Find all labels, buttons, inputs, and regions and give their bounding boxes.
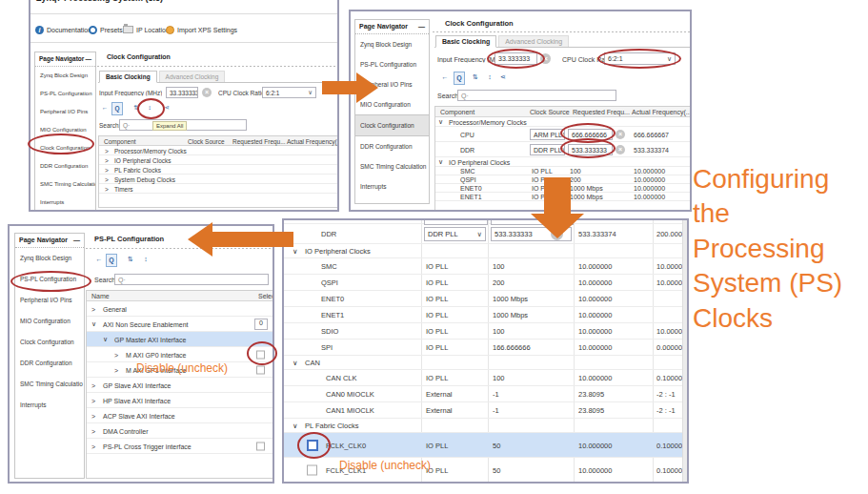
chevron-down-icon[interactable]: ∨ <box>293 359 298 367</box>
cpu-clock-ratio-select[interactable]: 6:2:1 ∨ <box>604 52 676 65</box>
collapse-all-icon[interactable]: ⇅ <box>131 102 141 113</box>
sidebar-item-zynq-block-design[interactable]: Zynq Block Design <box>355 34 429 54</box>
value-field[interactable]: 0 <box>254 319 268 330</box>
sidebar-item-interrupts[interactable]: Interrupts <box>15 395 84 416</box>
clear-icon[interactable]: × <box>616 130 625 139</box>
chevron-right-icon[interactable]: > <box>91 427 95 434</box>
chevron-right-icon[interactable]: > <box>91 305 95 312</box>
table-row-smc[interactable]: SMC IO PLL 100 10.000000 10.0000 <box>284 258 683 275</box>
table-row[interactable]: CPU ARM PLL ∨ 666.666666 × 666.666667 <box>435 127 691 142</box>
minimize-icon[interactable]: — <box>418 20 425 33</box>
clear-icon[interactable]: × <box>202 88 212 97</box>
search-icon[interactable]: Q <box>454 72 465 85</box>
tree-row-m-axi-gp0[interactable]: > M AXI GP0 interface <box>87 347 273 362</box>
table-row-enet0[interactable]: ENET0 IO PLL 1000 Mbps 10.000000 <box>284 291 683 307</box>
collapse-all-icon[interactable]: ⇅ <box>126 254 135 265</box>
sidebar-item-smc-timing-calculation[interactable]: SMC Timing Calculatio <box>15 374 84 395</box>
sidebar-item-peripheral-io-pins[interactable]: Peripheral I/O Pins <box>15 290 84 311</box>
expand-all-icon[interactable]: ↕ <box>485 72 495 83</box>
search-input[interactable]: Q· <box>457 90 616 101</box>
gp0-enable-checkbox[interactable] <box>256 350 265 359</box>
tab-advanced-clocking[interactable]: Advanced Clocking <box>498 35 569 47</box>
chevron-right-icon[interactable]: > <box>105 166 109 173</box>
tree-row-axi-non-secure[interactable]: ∨ AXI Non Secure Enablement 0 <box>87 317 273 332</box>
tree-row-ps-pl-cross-trigger[interactable]: > PS-PL Cross Trigger interface <box>87 439 273 454</box>
back-icon[interactable]: ← <box>100 102 110 113</box>
ip-location-button[interactable]: IP Location <box>123 23 170 36</box>
chevron-right-icon[interactable]: > <box>105 185 109 192</box>
vertical-scrollbar[interactable] <box>682 220 688 482</box>
requested-frequency-field[interactable]: 666.666666 <box>568 129 613 140</box>
sidebar-item-smc-timing-calculation[interactable]: SMC Timing Calculation <box>355 156 429 176</box>
table-row[interactable]: SMC IO PLL 100 10.000000 <box>435 167 691 175</box>
back-icon[interactable]: ← <box>94 254 104 265</box>
chevron-right-icon[interactable]: > <box>91 412 95 419</box>
expand-all-icon[interactable]: ↕ <box>145 102 154 113</box>
sidebar-item-zynq-block-design[interactable]: Zynq Block Design <box>15 248 84 269</box>
tree-row[interactable]: > Timers <box>99 184 337 194</box>
chevron-right-icon[interactable]: > <box>114 351 118 358</box>
sidebar-item-ddr-configuration[interactable]: DDR Configuration <box>15 353 84 374</box>
table-row-sdio[interactable]: SDIO IO PLL 100 10.000000 10.0000 <box>284 323 683 340</box>
import-xps-button[interactable]: Import XPS Settings <box>166 23 237 36</box>
sidebar-item-peripheral-io-pins[interactable]: Peripheral I/O Pins <box>35 103 95 121</box>
table-row-spi[interactable]: SPI IO PLL 166.666666 10.000000 0.00000 <box>284 340 683 356</box>
collapse-all-icon[interactable]: ⇅ <box>471 72 480 83</box>
group-row[interactable]: ∨ Processor/Memory Clocks <box>435 117 691 127</box>
gp1-enable-checkbox[interactable] <box>256 365 265 374</box>
tab-basic-clocking[interactable]: Basic Clocking <box>435 35 496 48</box>
table-row-qspi[interactable]: QSPI IO PLL 200 10.000000 10.0000 <box>284 275 683 291</box>
group-row-io-peripheral[interactable]: ∨ IO Peripheral Clocks <box>284 244 683 258</box>
search-input[interactable]: Q· <box>114 274 269 285</box>
clock-source-select[interactable]: ARM PLL ∨ <box>530 129 565 140</box>
tree-row-dma-controller[interactable]: > DMA Controller <box>87 423 273 439</box>
chevron-right-icon[interactable]: > <box>105 147 109 154</box>
clock-source-select[interactable]: DDR PLL ∨ <box>424 227 486 241</box>
table-row-can0-mioclk[interactable]: CAN0 MIOCLK External -1 23.8095 -2 : -1 <box>284 386 683 402</box>
input-frequency-field[interactable]: 33.333333 <box>166 87 198 98</box>
chevron-right-icon[interactable]: > <box>91 381 95 388</box>
chevron-down-icon[interactable]: ∨ <box>103 336 108 343</box>
table-row-ddr[interactable]: DDR DDR PLL ∨ 533.333333 × 533.333374 20… <box>284 224 683 244</box>
chevron-down-icon[interactable]: ∨ <box>293 247 298 256</box>
group-row-can[interactable]: ∨ CAN <box>284 356 683 370</box>
expand-all-icon[interactable]: ↕ <box>141 254 151 265</box>
tab-advanced-clocking[interactable]: Advanced Clocking <box>159 71 226 82</box>
group-row[interactable]: ∨ IO Peripheral Clocks <box>435 157 691 167</box>
tree-row[interactable]: > Processor/Memory Clocks <box>99 146 337 155</box>
clear-icon[interactable]: × <box>540 53 551 64</box>
chevron-down-icon[interactable]: ∨ <box>438 118 443 126</box>
search-icon[interactable]: Q <box>111 102 123 115</box>
documentation-button[interactable]: i Documentation <box>35 23 91 36</box>
sidebar-item-mio-configuration[interactable]: MIO Configuration <box>15 311 84 332</box>
sidebar-item-clock-configuration[interactable]: Clock Configuration <box>355 114 429 136</box>
tree-row[interactable]: > IO Peripheral Clocks <box>99 155 337 165</box>
sidebar-item-zynq-block-design[interactable]: Zynq Block Design <box>35 67 95 85</box>
tree-row-acp-slave-axi[interactable]: > ACP Slave AXI Interface <box>87 408 273 423</box>
input-frequency-field[interactable]: 33.333333 <box>495 52 537 65</box>
tree-row-gp-slave-axi[interactable]: > GP Slave AXI Interface <box>87 378 273 393</box>
sidebar-item-interrupts[interactable]: Interrupts <box>35 194 95 212</box>
table-row-can1-mioclk[interactable]: CAN1 MIOCLK External -1 23.8095 -2 : -1 <box>284 402 683 419</box>
tree-row-gp-master-axi[interactable]: ∨ GP Master AXI Interface <box>87 332 273 347</box>
tree-row-general[interactable]: > General <box>87 301 273 317</box>
sidebar-item-mio-configuration[interactable]: MIO Configuration <box>35 121 95 139</box>
sidebar-item-smc-timing-calculation[interactable]: SMC Timing Calculation <box>35 175 95 194</box>
back-icon[interactable]: ← <box>440 72 450 83</box>
fclk-clk0-enable-checkbox[interactable] <box>307 440 318 451</box>
chevron-right-icon[interactable]: > <box>105 175 109 182</box>
cpu-clock-ratio-select[interactable]: 6:2:1 ∨ <box>262 87 316 98</box>
share-icon[interactable]: ⋖ <box>498 72 508 83</box>
table-row[interactable]: DDR DDR PLL ∨ 533.333333 × 533.333374 <box>435 142 691 157</box>
sidebar-item-clock-configuration[interactable]: Clock Configuration <box>35 139 95 157</box>
sidebar-item-ddr-configuration[interactable]: DDR Configuration <box>355 136 429 156</box>
clear-icon[interactable]: × <box>616 145 625 154</box>
minimize-icon[interactable]: — <box>86 52 92 66</box>
table-row-enet1[interactable]: ENET1 IO PLL 1000 Mbps 10.000000 <box>284 307 683 323</box>
chevron-right-icon[interactable]: > <box>114 366 118 373</box>
search-icon[interactable]: Q <box>106 254 117 267</box>
fclk-clk1-enable-checkbox[interactable] <box>307 464 317 475</box>
requested-frequency-field[interactable]: 533.333333 <box>568 144 613 155</box>
group-row-pl-fabric[interactable]: ∨ PL Fabric Clocks <box>284 419 683 433</box>
chevron-down-icon[interactable]: ∨ <box>438 158 443 166</box>
